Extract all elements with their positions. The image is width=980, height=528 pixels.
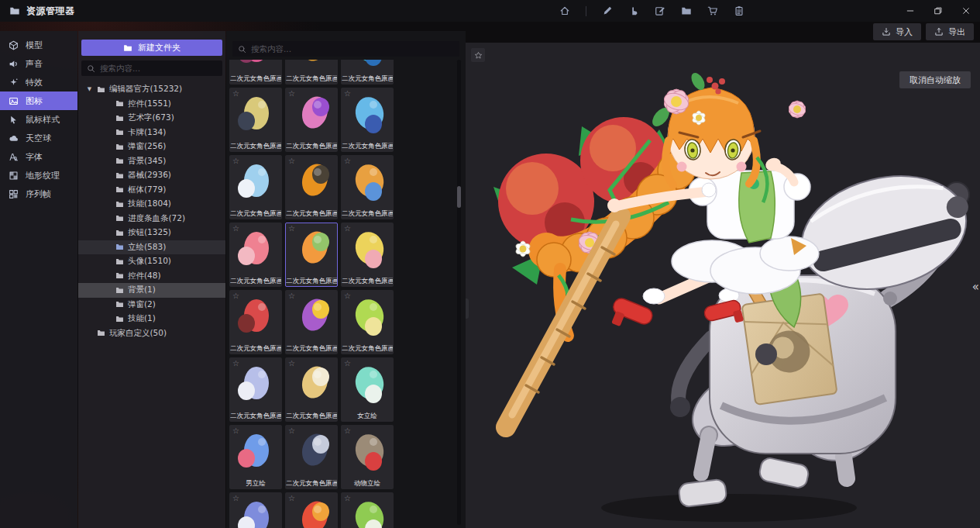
folder-tree-item[interactable]: 弹窗(256) [78, 140, 225, 154]
asset-card[interactable]: ☆ 二次元女角色原画 [285, 60, 338, 85]
compose-icon[interactable] [655, 5, 665, 16]
hand-icon[interactable] [628, 5, 639, 16]
folder-tree-item[interactable]: 器械(2936) [78, 168, 225, 183]
favorite-star-icon[interactable]: ☆ [288, 157, 295, 166]
asset-card[interactable]: ☆ 二次元女角色原画 [229, 357, 282, 422]
new-folder-button[interactable]: 新建文件夹 [81, 40, 222, 56]
asset-card[interactable]: ☆ 二次元女角色原画 [341, 223, 394, 287]
folder-tree-item[interactable]: 控件(48) [78, 269, 225, 284]
asset-search-input[interactable] [251, 44, 454, 53]
favorite-star-icon[interactable]: ☆ [344, 359, 351, 368]
folder-tree-item[interactable]: 按钮(1325) [78, 226, 225, 240]
asset-card[interactable]: ☆ 二次元女角色原画 [285, 290, 338, 354]
sidebar-item-4[interactable]: 图标 [0, 91, 77, 110]
caret-down-icon[interactable]: ▼ [86, 86, 93, 92]
asset-card[interactable]: ☆ 二次元女角色原画 [341, 290, 394, 354]
folder-icon [115, 143, 124, 151]
asset-card[interactable]: ☆ 二次元女角色原画 [285, 223, 338, 287]
edit-icon[interactable] [602, 5, 613, 16]
cancel-autozoom-button[interactable]: 取消自动缩放 [899, 71, 971, 88]
asset-card[interactable]: ☆ 二次元女角色原画 [229, 60, 282, 85]
asset-card[interactable]: ☆ [341, 492, 394, 528]
favorite-star-icon[interactable]: ☆ [288, 359, 295, 368]
sound-icon [9, 59, 19, 69]
favorite-button[interactable] [471, 48, 485, 62]
folder-tree-item[interactable]: 进度条血条(72) [78, 212, 225, 226]
folder-tree-item[interactable]: 头像(1510) [78, 254, 225, 269]
folder-search-input[interactable] [100, 64, 217, 73]
minimize-button[interactable] [906, 6, 915, 16]
favorite-star-icon[interactable]: ☆ [344, 89, 351, 98]
asset-card[interactable]: ☆ [285, 492, 338, 528]
sidebar-item-label: 字体 [26, 151, 43, 163]
grid-scrollbar[interactable] [457, 60, 461, 525]
asset-card[interactable]: ☆ 二次元女角色原画 [285, 155, 338, 219]
favorite-star-icon[interactable]: ☆ [232, 426, 239, 436]
favorite-star-icon[interactable]: ☆ [344, 157, 351, 166]
sidebar-item-label: 鼠标样式 [26, 114, 60, 126]
clipboard-icon[interactable] [734, 5, 744, 16]
folder-icon [9, 5, 20, 16]
export-button[interactable]: 导出 [926, 23, 974, 40]
folder-tree-item[interactable]: 技能(1804) [78, 197, 225, 212]
asset-card[interactable]: ☆ 二次元女角色原画 [341, 88, 394, 152]
grid-scrollbar-thumb[interactable] [457, 186, 461, 208]
favorite-star-icon[interactable]: ☆ [232, 224, 239, 233]
main-area: 模型 声音 特效 图标 鼠标样式 天空球 字体 地形纹理 序列帧 [0, 22, 980, 528]
folder-tree-item[interactable]: 技能(1) [78, 312, 225, 326]
folder-tree-item[interactable]: 卡牌(134) [78, 126, 225, 140]
sidebar-item-6[interactable]: 天空球 [0, 129, 77, 147]
asset-card[interactable]: ☆ 二次元女角色原画 [341, 155, 394, 219]
asset-card[interactable]: ☆ 男立绘 [229, 425, 282, 489]
folder-tree-item[interactable]: 艺术字(673) [78, 111, 225, 126]
asset-card[interactable]: ☆ 二次元女角色原画 [285, 88, 338, 152]
favorite-star-icon[interactable]: ☆ [288, 224, 295, 233]
import-button[interactable]: 导入 [873, 23, 921, 40]
favorite-star-icon[interactable]: ☆ [344, 426, 351, 436]
folder-tree-item[interactable]: 框体(779) [78, 183, 225, 198]
folder-tree-item[interactable]: 弹窗(2) [78, 298, 225, 312]
favorite-star-icon[interactable]: ☆ [288, 89, 295, 98]
home-icon[interactable] [559, 5, 570, 16]
sidebar-item-2[interactable]: 声音 [0, 54, 77, 73]
asset-card[interactable]: ☆ 女立绘 [341, 357, 394, 422]
folder-tree-item[interactable]: ▼ 编辑器官方(15232) [78, 82, 225, 97]
favorite-star-icon[interactable]: ☆ [232, 157, 239, 166]
sidebar-item-8[interactable]: 地形纹理 [0, 166, 77, 185]
sidebar-item-7[interactable]: 字体 [0, 147, 77, 166]
favorite-star-icon[interactable]: ☆ [288, 426, 295, 436]
asset-card[interactable]: ☆ [229, 492, 282, 528]
favorite-star-icon[interactable]: ☆ [232, 359, 239, 368]
favorite-star-icon[interactable]: ☆ [344, 292, 351, 301]
favorite-star-icon[interactable]: ☆ [232, 89, 239, 98]
favorite-star-icon[interactable]: ☆ [288, 292, 295, 301]
sidebar-item-5[interactable]: 鼠标样式 [0, 110, 77, 129]
asset-card[interactable]: ☆ 二次元女角色原画 [229, 88, 282, 152]
favorite-star-icon[interactable]: ☆ [344, 224, 351, 233]
folder-tree-item[interactable]: 背景(345) [78, 154, 225, 169]
folder-tree-item[interactable]: 玩家自定义(50) [78, 326, 225, 341]
folder-icon[interactable] [681, 5, 692, 16]
sidebar-item-9[interactable]: 序列帧 [0, 185, 77, 203]
folder-tree-item[interactable]: 立绘(583) [78, 240, 225, 255]
asset-card[interactable]: ☆ 二次元女角色原画 [229, 223, 282, 287]
sidebar-item-3[interactable]: 特效 [0, 73, 77, 91]
asset-card[interactable]: ☆ 二次元女角色原画 [229, 155, 282, 219]
asset-card[interactable]: ☆ 动物立绘 [341, 425, 394, 489]
cart-icon[interactable] [707, 5, 718, 16]
resource-manager-window: 资源管理器 模型 声音 特效 图标 鼠标样式 天空球 字体 地形纹理 [0, 0, 980, 528]
close-button[interactable] [961, 6, 971, 16]
asset-card[interactable]: ☆ 二次元女角色原画 [285, 425, 338, 489]
restore-button[interactable] [934, 6, 943, 16]
favorite-star-icon[interactable]: ☆ [232, 494, 239, 503]
favorite-star-icon[interactable]: ☆ [344, 494, 351, 503]
folder-tree-item[interactable]: 控件(1551) [78, 97, 225, 112]
asset-card[interactable]: ☆ 二次元女角色原画 [229, 290, 282, 354]
collapse-left-icon[interactable]: « [972, 281, 979, 293]
asset-card[interactable]: ☆ 二次元女角色原画 [341, 60, 394, 85]
folder-tree-item[interactable]: 背景(1) [78, 283, 225, 298]
asset-card[interactable]: ☆ 二次元女角色原画 [285, 357, 338, 422]
favorite-star-icon[interactable]: ☆ [232, 292, 239, 301]
favorite-star-icon[interactable]: ☆ [288, 494, 295, 503]
sidebar-item-1[interactable]: 模型 [0, 36, 77, 54]
